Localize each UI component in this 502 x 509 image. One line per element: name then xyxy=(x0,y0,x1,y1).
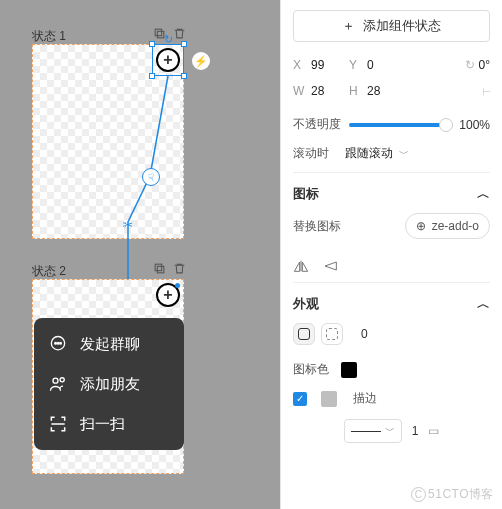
replace-icon-row: 替换图标 ⊕ ze-add-o xyxy=(293,213,490,239)
rotate-icon[interactable]: ↻ xyxy=(164,33,173,46)
plus-button-1[interactable]: + xyxy=(156,48,180,72)
icon-chip[interactable]: ⊕ ze-add-o xyxy=(405,213,490,239)
h-input[interactable]: 28 xyxy=(367,84,401,98)
radius-all-button[interactable] xyxy=(293,323,315,345)
state1-label: 状态 1 xyxy=(32,28,66,45)
opacity-row: 不透明度 100% xyxy=(293,116,490,133)
stroke-label: 描边 xyxy=(353,390,377,407)
scan-icon xyxy=(48,414,68,434)
chevron-down-icon: ﹀ xyxy=(399,147,409,161)
scroll-row: 滚动时 跟随滚动 ﹀ xyxy=(293,145,490,162)
mirror-row xyxy=(293,251,490,276)
chevron-up-icon[interactable]: ︿ xyxy=(477,185,490,203)
scroll-select[interactable]: 跟随滚动 ﹀ xyxy=(345,145,409,162)
lock-aspect-icon[interactable]: ⟂ xyxy=(480,88,494,95)
icon-name: ze-add-o xyxy=(432,219,479,233)
svg-point-5 xyxy=(55,342,57,344)
svg-point-6 xyxy=(57,342,59,344)
add-component-state-button[interactable]: ＋ 添加组件状态 xyxy=(293,10,490,42)
state2-actions xyxy=(152,261,186,275)
flip-vertical-icon[interactable] xyxy=(323,259,339,276)
radius-input[interactable]: 0 xyxy=(361,327,368,341)
w-input[interactable]: 28 xyxy=(311,84,345,98)
icon-color-row: 图标色 xyxy=(293,361,490,378)
flip-horizontal-icon[interactable] xyxy=(293,259,309,276)
duplicate-icon[interactable] xyxy=(152,261,166,275)
y-input[interactable]: 0 xyxy=(367,58,401,72)
stroke-row: ✓ 描边 xyxy=(293,390,490,407)
radius-individual-button[interactable] xyxy=(321,323,343,345)
stroke-width-input[interactable]: 1 xyxy=(412,424,419,438)
h-label: H xyxy=(349,84,363,98)
svg-point-9 xyxy=(60,378,64,382)
menu-label: 扫一扫 xyxy=(80,415,125,434)
section-title: 图标 xyxy=(293,185,319,203)
design-canvas[interactable]: 状态 1 ↻ + ⚡ ☟ ✂ 状态 2 + xyxy=(0,0,280,509)
chevron-down-icon: ﹀ xyxy=(385,424,395,438)
stroke-position-icon[interactable]: ▭ xyxy=(428,424,439,438)
context-menu: 发起群聊 添加朋友 扫一扫 xyxy=(34,318,184,450)
svg-point-8 xyxy=(53,378,58,383)
add-state-label: 添加组件状态 xyxy=(363,17,441,35)
x-label: X xyxy=(293,58,307,72)
interaction-bolt-icon[interactable]: ⚡ xyxy=(192,52,210,70)
opacity-label: 不透明度 xyxy=(293,116,341,133)
menu-item-scan[interactable]: 扫一扫 xyxy=(34,404,184,444)
svg-rect-3 xyxy=(155,264,162,271)
menu-item-add-friend[interactable]: 添加朋友 xyxy=(34,364,184,404)
y-label: Y xyxy=(349,58,363,72)
plus-circle-icon: ⊕ xyxy=(416,219,426,233)
stroke-checkbox[interactable]: ✓ xyxy=(293,392,307,406)
stroke-style-select[interactable]: ﹀ xyxy=(344,419,402,443)
radius-toggle xyxy=(293,323,343,345)
scroll-value: 跟随滚动 xyxy=(345,145,393,162)
state2-label: 状态 2 xyxy=(32,263,66,280)
svg-rect-0 xyxy=(157,31,164,37)
icon-color-label: 图标色 xyxy=(293,361,337,378)
properties-panel: ＋ 添加组件状态 X 99 Y 0 ↻ 0° W 28 H 28 ⟂ 不透明度 … xyxy=(280,0,502,509)
svg-point-7 xyxy=(60,342,62,344)
svg-rect-1 xyxy=(155,29,162,36)
menu-item-group-chat[interactable]: 发起群聊 xyxy=(34,324,184,364)
section-title: 外观 xyxy=(293,295,319,313)
rotate-icon[interactable]: ↻ xyxy=(465,58,475,72)
stroke-swatch[interactable] xyxy=(321,391,337,407)
rotation-input[interactable]: 0° xyxy=(479,58,490,72)
chevron-up-icon[interactable]: ︿ xyxy=(477,295,490,313)
position-row: X 99 Y 0 ↻ 0° xyxy=(293,58,490,72)
menu-label: 发起群聊 xyxy=(80,335,140,354)
corner-radius-row: 0 xyxy=(293,323,490,345)
opacity-slider[interactable] xyxy=(349,123,446,127)
delete-icon[interactable] xyxy=(172,261,186,275)
replace-icon-label: 替换图标 xyxy=(293,218,341,235)
size-row: W 28 H 28 ⟂ xyxy=(293,84,490,98)
chat-icon xyxy=(48,334,68,354)
opacity-value[interactable]: 100% xyxy=(454,118,490,132)
color-swatch[interactable] xyxy=(341,362,357,378)
svg-rect-2 xyxy=(157,266,164,273)
scroll-label: 滚动时 xyxy=(293,145,341,162)
tap-indicator-icon[interactable]: ☟ xyxy=(142,168,160,186)
delete-icon[interactable] xyxy=(172,26,186,40)
add-friend-icon xyxy=(48,374,68,394)
x-input[interactable]: 99 xyxy=(311,58,345,72)
plus-icon: ＋ xyxy=(342,17,355,35)
scissors-icon[interactable]: ✂ xyxy=(123,218,133,232)
w-label: W xyxy=(293,84,307,98)
appearance-section-header: 外观 ︿ xyxy=(293,282,490,321)
menu-label: 添加朋友 xyxy=(80,375,140,394)
stroke-detail-row: ﹀ 1 ▭ xyxy=(293,419,490,443)
plus-button-2[interactable]: + xyxy=(156,283,180,307)
icon-section-header: 图标 ︿ xyxy=(293,172,490,211)
